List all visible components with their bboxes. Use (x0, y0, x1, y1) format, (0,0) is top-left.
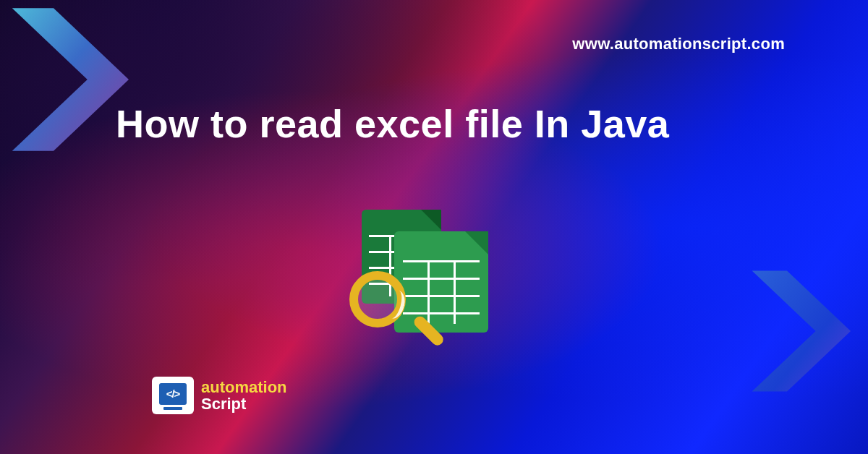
chevron-decoration-left (0, 0, 166, 174)
chevron-right-icon (723, 252, 868, 411)
code-brackets-icon: </> (159, 383, 187, 405)
magnifier-icon (344, 271, 430, 358)
brand-name-line2: Script (201, 395, 287, 412)
website-url: www.automationscript.com (572, 35, 785, 53)
brand-name-line1: automation (201, 379, 287, 395)
brand-logo-mark: </> (152, 377, 194, 414)
chevron-decoration-right (723, 252, 868, 411)
brand-logo: </> automation Script (152, 377, 287, 414)
brand-logo-text: automation Script (201, 379, 287, 412)
page-title: How to read excel file In Java (116, 101, 669, 146)
spreadsheet-search-icon (354, 210, 499, 340)
chevron-right-icon (0, 0, 166, 174)
